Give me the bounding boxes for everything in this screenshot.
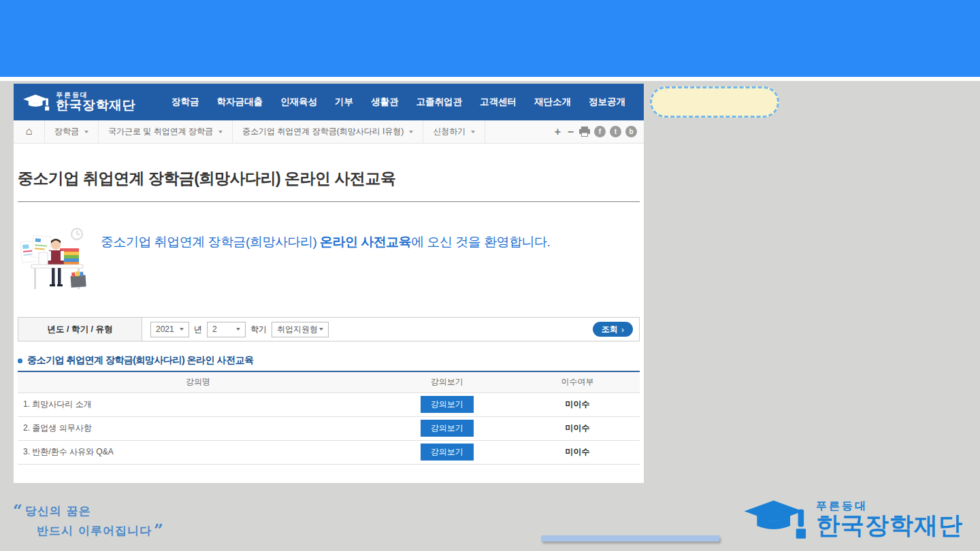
section-title-label: 중소기업 취업연계 장학금(희망사다리) 온라인 사전교육 <box>27 354 253 367</box>
print-icon[interactable] <box>579 127 590 137</box>
page-content: 중소기업 취업연계 장학금(희망사다리) 온라인 사전교육 <box>14 168 644 465</box>
completion-status: 미이수 <box>515 440 640 464</box>
welcome-post: 에 오신 것을 환영합니다. <box>411 235 550 249</box>
view-lecture-button[interactable]: 강의보기 <box>421 420 474 437</box>
table-header-row: 강의명 강의보기 이수여부 <box>18 372 640 393</box>
nav-item-talent[interactable]: 인재육성 <box>272 96 326 108</box>
search-button-label: 조회 <box>602 324 618 335</box>
underline-annotation <box>541 535 719 541</box>
chevron-down-icon <box>180 328 184 331</box>
slogan-text-2: 반드시 이루어집니다 <box>37 524 152 537</box>
welcome-bold: 온라인 사전교육 <box>320 235 411 249</box>
footer-logo-tagline: 푸른등대 <box>816 500 963 512</box>
view-lecture-button[interactable]: 강의보기 <box>421 396 474 413</box>
lecture-name: 1. 희망사다리 소개 <box>18 393 378 416</box>
year-value: 2021 <box>156 324 174 334</box>
breadcrumb-label: 국가근로 및 취업연계 장학금 <box>108 126 213 137</box>
facebook-icon[interactable]: f <box>594 126 606 137</box>
type-value: 취업지원형 <box>277 324 318 335</box>
completion-status: 미이수 <box>515 393 640 416</box>
breadcrumb-label: 중소기업 취업연계 장학금(희망사다리 I유형) <box>242 126 404 137</box>
column-header-completion: 이수여부 <box>515 372 640 393</box>
chevron-down-icon <box>236 328 240 331</box>
website-screenshot: 푸른등대 한국장학재단 장학금 학자금대출 인재육성 기부 생활관 고졸취업관 … <box>14 84 644 483</box>
chevron-right-icon: › <box>621 324 624 335</box>
slogan-text: “당신의 꿈은 반드시 이루어집니다” <box>11 503 166 539</box>
lecture-table: 강의명 강의보기 이수여부 1. 희망사다리 소개 강의보기 미이수 2. 졸업… <box>18 372 640 465</box>
breadcrumb-scholarship[interactable]: 장학금 <box>45 120 99 144</box>
title-divider <box>18 201 640 202</box>
nav-item-donation[interactable]: 기부 <box>326 96 362 108</box>
nav-item-about[interactable]: 재단소개 <box>525 96 580 108</box>
nav-item-student-loan[interactable]: 학자금대출 <box>208 96 272 108</box>
breadcrumb-label: 신청하기 <box>433 126 466 137</box>
breadcrumb-apply[interactable]: 신청하기 <box>423 120 485 144</box>
table-row: 2. 졸업생 의무사항 강의보기 미이수 <box>18 416 640 440</box>
table-row: 3. 반환/환수 사유와 Q&A 강의보기 미이수 <box>18 440 640 464</box>
footer-logo-name: 한국장학재단 <box>816 512 963 539</box>
nav-item-disclosure[interactable]: 정보공개 <box>580 96 634 108</box>
slogan-line-2: 반드시 이루어집니다” <box>37 523 166 539</box>
zoom-out-button[interactable]: − <box>566 126 575 138</box>
site-header: 푸른등대 한국장학재단 장학금 학자금대출 인재육성 기부 생활관 고졸취업관 … <box>14 84 644 120</box>
breadcrumb-sme-scholarship[interactable]: 중소기업 취업연계 장학금(희망사다리 I유형) <box>233 120 423 144</box>
type-select[interactable]: 취업지원형 <box>272 322 329 337</box>
twitter-icon[interactable]: t <box>610 126 621 137</box>
chevron-down-icon <box>218 131 223 133</box>
semester-value: 2 <box>212 324 217 334</box>
home-icon[interactable]: ⌂ <box>14 120 45 144</box>
column-header-view-lecture: 강의보기 <box>378 372 515 393</box>
logo-name: 한국장학재단 <box>56 99 135 112</box>
slide-divider <box>0 77 980 81</box>
blog-icon[interactable]: b <box>625 126 637 137</box>
welcome-pre: 중소기업 취업연계 장학금(희망사다리) <box>101 235 320 249</box>
highlight-annotation <box>650 86 779 118</box>
filter-label: 년도 / 학기 / 유형 <box>18 318 142 341</box>
page-title: 중소기업 취업연계 장학금(희망사다리) 온라인 사전교육 <box>18 168 640 189</box>
open-quote-icon: “ <box>11 501 25 520</box>
semester-select[interactable]: 2 <box>207 322 246 337</box>
student-desk-illustration <box>18 222 94 295</box>
year-select[interactable]: 2021 <box>150 322 189 337</box>
welcome-section: 중소기업 취업연계 장학금(희망사다리) 온라인 사전교육에 오신 것을 환영합… <box>18 222 640 295</box>
nav-item-customer-center[interactable]: 고객센터 <box>471 96 525 108</box>
nav-item-scholarship[interactable]: 장학금 <box>163 96 208 108</box>
chevron-down-icon <box>471 131 475 133</box>
zoom-in-button[interactable]: + <box>553 126 562 138</box>
slogan-text-1: 당신의 꿈은 <box>25 504 91 518</box>
footer-logo: 푸른등대 한국장학재단 <box>744 497 963 541</box>
view-lecture-button[interactable]: 강의보기 <box>421 444 474 461</box>
slide-top-band <box>0 0 980 77</box>
year-unit-label: 년 <box>194 324 202 335</box>
footer-logo-text: 푸른등대 한국장학재단 <box>816 500 963 538</box>
section-title: 중소기업 취업연계 장학금(희망사다리) 온라인 사전교육 <box>18 354 640 372</box>
graduation-cap-icon <box>744 497 809 541</box>
lecture-name: 2. 졸업생 의무사항 <box>18 416 378 440</box>
chevron-down-icon <box>84 131 88 133</box>
site-logo[interactable]: 푸른등대 한국장학재단 <box>14 92 135 112</box>
filter-controls: 2021 년 2 학기 취업지원형 <box>142 322 329 337</box>
logo-text: 푸른등대 한국장학재단 <box>56 92 135 112</box>
nav-item-highschool-employment[interactable]: 고졸취업관 <box>408 96 472 108</box>
lecture-name: 3. 반환/환수 사유와 Q&A <box>18 440 378 464</box>
filter-box: 년도 / 학기 / 유형 2021 년 2 학기 취업지원형 조회 <box>18 317 640 341</box>
semester-unit-label: 학기 <box>250 324 267 335</box>
close-quote-icon: ” <box>152 520 166 540</box>
page-tools: + − f t b <box>553 126 644 138</box>
column-header-lecture-name: 강의명 <box>18 372 378 393</box>
slogan-line-1: “당신의 꿈은 <box>11 503 166 519</box>
completion-status: 미이수 <box>515 416 640 440</box>
table-row: 1. 희망사다리 소개 강의보기 미이수 <box>18 393 640 416</box>
breadcrumb-bar: ⌂ 장학금 국가근로 및 취업연계 장학금 중소기업 취업연계 장학금(희망사다… <box>14 120 644 144</box>
graduation-cap-icon <box>23 93 50 112</box>
chevron-down-icon <box>409 131 413 133</box>
nav-item-dormitory[interactable]: 생활관 <box>362 96 408 108</box>
chevron-down-icon <box>319 328 323 331</box>
main-nav: 장학금 학자금대출 인재육성 기부 생활관 고졸취업관 고객센터 재단소개 정보… <box>163 96 644 108</box>
breadcrumb-label: 장학금 <box>54 126 79 137</box>
bullet-icon <box>18 358 22 363</box>
breadcrumb-national-work[interactable]: 국가근로 및 취업연계 장학금 <box>99 120 233 144</box>
welcome-message: 중소기업 취업연계 장학금(희망사다리) 온라인 사전교육에 오신 것을 환영합… <box>101 233 550 295</box>
search-button[interactable]: 조회 › <box>593 322 633 337</box>
